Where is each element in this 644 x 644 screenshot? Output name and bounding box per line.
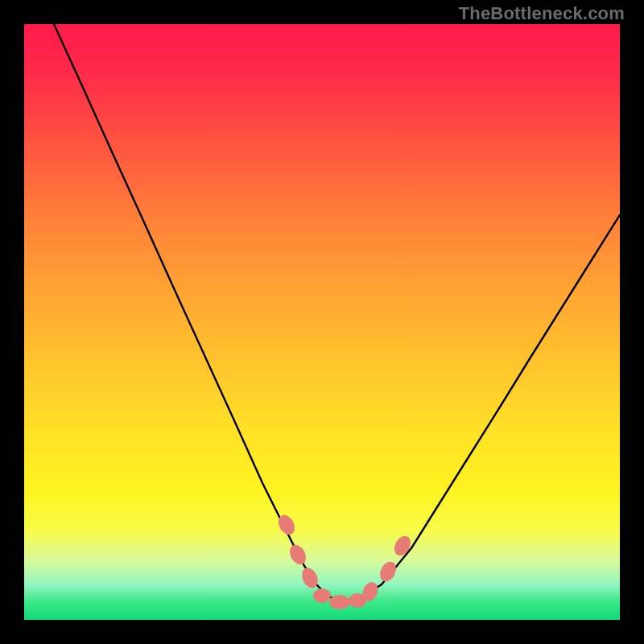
bottleneck-curve-path <box>54 24 620 602</box>
bottom-mid-marker <box>329 595 350 609</box>
chart-frame: TheBottleneck.com <box>0 0 644 644</box>
right-mid-marker <box>377 559 399 584</box>
marker-group <box>275 512 414 609</box>
right-upper-marker <box>391 533 414 558</box>
bottom-left-marker <box>313 588 331 603</box>
left-mid-marker <box>287 542 309 567</box>
chart-svg <box>24 24 620 620</box>
watermark-label: TheBottleneck.com <box>459 3 625 24</box>
chart-plot-area <box>24 24 620 620</box>
